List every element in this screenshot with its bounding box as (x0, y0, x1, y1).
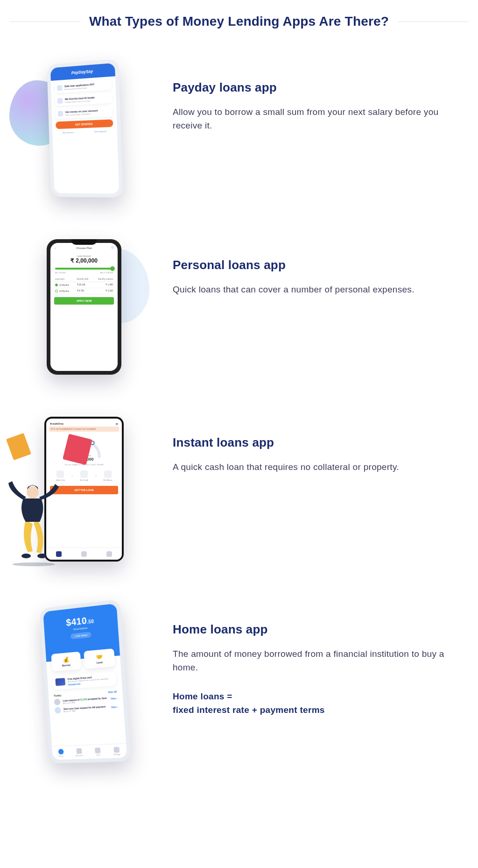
section-desc: Quick loans that can cover a number of p… (173, 283, 464, 296)
section-desc: The amount of money borrowed from a fina… (173, 647, 464, 675)
phone-mockup: ← Choose Plan ⓘ Loan Amount ₹ 2,00,000 M… (47, 239, 121, 375)
page-headline-row: What Types of Money Lending Apps Are The… (0, 0, 478, 57)
gear-icon (113, 747, 120, 753)
col-term: Loan term (55, 278, 77, 280)
plan-row[interactable]: 24 Months ₹ 9,793 ₹ 2,320 (54, 288, 114, 294)
settings-tab[interactable]: Settings (113, 747, 120, 755)
feature-card: We find the best-fit lenderIt takes only… (55, 92, 112, 106)
step-label: Get Credit (80, 479, 88, 481)
lend-tile[interactable]: 🤝Lend (84, 648, 115, 669)
lend-icon: 🤝 (86, 652, 113, 661)
card-icon (95, 747, 101, 753)
col-interest: Monthly Interest (95, 278, 113, 280)
plan-row[interactable]: 12 Months ₹ 18,146 ₹ 1,480 (54, 282, 114, 288)
screen-title: Choose Plan (76, 247, 92, 249)
ssl-badge: SSL protection (63, 131, 74, 134)
start-link[interactable]: Start › (111, 705, 118, 709)
section-personal: ← Choose Plan ⓘ Loan Amount ₹ 2,00,000 M… (0, 235, 478, 412)
plan-table: Loan term Monthly EMI Monthly Interest 1… (54, 277, 114, 294)
svg-point-2 (37, 554, 47, 558)
col-emi: Monthly EMI (77, 278, 95, 280)
phone-mockup: $410.50 Zirtue balance + Add money 💰Borr… (39, 599, 131, 764)
step-label: Get Money (103, 479, 112, 481)
borrow-tile[interactable]: 💰Borrow (51, 652, 81, 672)
section-desc: Allow you to borrow a small sum from you… (173, 105, 464, 133)
tab-bar: Home My loans Card Settings (52, 743, 127, 760)
section-desc: A quick cash loan that requires no colla… (173, 460, 464, 474)
person-illustration (0, 473, 70, 566)
info-icon[interactable]: ⓘ (111, 246, 114, 250)
emi-value: ₹ 9,793 (77, 290, 95, 292)
tile-label: Lend (97, 661, 103, 664)
app-brand: PayDaySay (50, 63, 115, 81)
home-tab[interactable]: Home (58, 748, 63, 757)
back-icon[interactable]: ← (54, 247, 57, 249)
warning-banner: KYC not Complete/Aum Consent not Complet… (49, 427, 119, 432)
section-title: Payday loans app (173, 80, 464, 95)
feature-card: Safe loan application 24/7Avoid unsafe s… (54, 79, 112, 93)
see-all-link[interactable]: See all (108, 690, 117, 693)
phone-mockup: PayDaySay Safe loan application 24/7Avoi… (47, 59, 123, 198)
balance-dec: .50 (87, 619, 94, 625)
tab-label: Settings (113, 753, 120, 755)
get-money-icon (104, 470, 112, 478)
section-title: Home loans app (173, 622, 464, 637)
radio-icon (55, 284, 58, 286)
add-money-button[interactable]: + Add money (70, 632, 91, 639)
section-payday: PayDaySay Safe loan application 24/7Avoi… (0, 57, 478, 235)
activity-tab-icon[interactable] (81, 551, 87, 557)
interest-value: ₹ 2,320 (95, 290, 113, 292)
refresh-icon[interactable]: ⟳ (116, 422, 118, 426)
user-icon (57, 85, 63, 91)
approval-badge: Quick approval (94, 130, 106, 133)
formula-text: Home loans = fixed interest rate + payme… (173, 690, 464, 717)
bill-icon (55, 707, 61, 714)
borrow-icon: 💰 (53, 655, 79, 664)
avatar (54, 698, 61, 705)
term-value: 24 Months (59, 290, 69, 292)
credit-card-icon (58, 111, 63, 116)
svg-point-3 (27, 486, 39, 498)
promo-card[interactable]: Free digital Zirtue card Activate your d… (52, 671, 116, 690)
term-value: 12 Months (59, 284, 69, 286)
section-title: Personal loans app (173, 258, 464, 272)
apply-now-button[interactable]: APPLY NOW (54, 297, 114, 305)
loans-tab[interactable]: My loans (76, 748, 84, 756)
feature-card: Get money on your accountDirect cash tra… (55, 106, 113, 119)
tab-label: My loans (76, 754, 83, 756)
amount-slider[interactable] (55, 268, 113, 270)
profile-tab-icon[interactable] (106, 551, 112, 557)
amount-value: ₹ 2,00,000 (50, 257, 118, 264)
home-illustration: $410.50 Zirtue balance + Add money 💰Borr… (14, 604, 154, 762)
today-heading: Today (54, 694, 61, 697)
section-home: $410.50 Zirtue balance + Add money 💰Borr… (0, 599, 478, 800)
credit-card-icon (55, 678, 65, 686)
emi-value: ₹ 18,146 (77, 284, 95, 286)
radio-icon (55, 290, 58, 292)
view-link[interactable]: View › (111, 697, 118, 700)
trust-row: SSL protection Quick approval (52, 129, 117, 134)
balance-int: $410 (66, 615, 87, 628)
slider-min: Min ₹10,000 (55, 271, 66, 274)
card-tab[interactable]: Card (95, 747, 101, 756)
tab-label: Card (96, 754, 100, 756)
phone-notch (71, 239, 97, 245)
loans-icon (76, 748, 82, 754)
rule-right (398, 21, 469, 22)
tab-label: Home (59, 754, 63, 757)
bank-icon (57, 98, 63, 104)
rule-left (9, 21, 80, 22)
instant-illustration: KreditOne ⟳ KYC not Complete/Aum Consent… (14, 417, 154, 562)
shopping-bag-icon (6, 433, 31, 461)
interest-value: ₹ 1,480 (95, 284, 113, 286)
svg-point-0 (12, 562, 55, 566)
get-started-button[interactable]: GET STARTED (56, 119, 113, 129)
personal-illustration: ← Choose Plan ⓘ Loan Amount ₹ 2,00,000 M… (14, 239, 154, 375)
section-instant: KreditOne ⟳ KYC not Complete/Aum Consent… (0, 412, 478, 599)
app-brand: KreditOne (50, 422, 63, 426)
activity-item[interactable]: Start your loan request for bill payment… (55, 704, 118, 714)
get-credit-icon (80, 470, 88, 478)
home-icon (58, 748, 63, 754)
page-headline: What Types of Money Lending Apps Are The… (89, 14, 389, 29)
tile-label: Borrow (62, 663, 71, 667)
